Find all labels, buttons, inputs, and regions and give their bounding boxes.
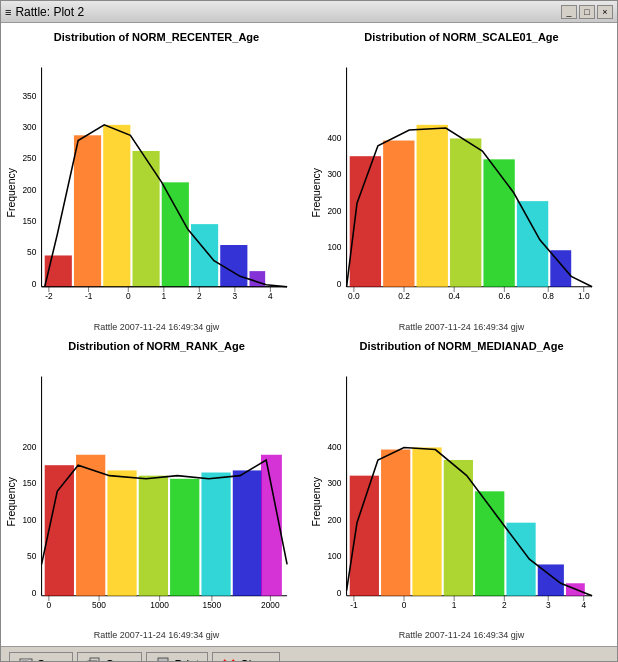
- svg-text:0.0: 0.0: [348, 291, 360, 301]
- svg-text:50: 50: [27, 551, 37, 561]
- svg-text:-1: -1: [85, 291, 93, 301]
- plot-caption-3: Rattle 2007-11-24 16:49:34 gjw: [94, 630, 220, 640]
- svg-text:1000: 1000: [150, 600, 169, 610]
- svg-text:300: 300: [327, 478, 341, 488]
- plot-title-3: Distribution of NORM_RANK_Age: [68, 340, 245, 352]
- svg-rect-44: [450, 138, 481, 286]
- plot-title-2: Distribution of NORM_SCALE01_Age: [364, 31, 558, 43]
- svg-rect-70: [107, 470, 136, 595]
- svg-text:50: 50: [27, 247, 37, 257]
- plot-svg-1: Frequency 0 50 150 200 250 300 350: [5, 45, 308, 320]
- svg-rect-16: [220, 245, 247, 287]
- svg-text:200: 200: [327, 514, 341, 524]
- svg-text:0: 0: [337, 587, 342, 597]
- plot-caption-4: Rattle 2007-11-24 16:49:34 gjw: [399, 630, 525, 640]
- plot-cell-4: Distribution of NORM_MEDIANAD_Age Freque…: [310, 336, 613, 643]
- svg-rect-74: [233, 470, 262, 595]
- close-window-button[interactable]: ×: [597, 5, 613, 19]
- svg-text:0.6: 0.6: [499, 291, 511, 301]
- minimize-button[interactable]: _: [561, 5, 577, 19]
- close-button[interactable]: Close: [212, 652, 280, 661]
- copy-button[interactable]: Copy: [77, 652, 142, 661]
- svg-text:300: 300: [327, 169, 341, 179]
- svg-text:0: 0: [402, 600, 407, 610]
- svg-text:Frequency: Frequency: [311, 476, 322, 526]
- svg-text:4: 4: [581, 600, 586, 610]
- plot-area-2: Frequency 0 100 200 300 400: [310, 45, 613, 320]
- plot-title-4: Distribution of NORM_MEDIANAD_Age: [359, 340, 563, 352]
- plots-grid: Distribution of NORM_RECENTER_Age Freque…: [1, 23, 617, 646]
- svg-text:250: 250: [22, 153, 36, 163]
- plot-area-1: Frequency 0 50 150 200 250 300 350: [5, 45, 308, 320]
- svg-rect-11: [74, 135, 101, 287]
- svg-text:150: 150: [22, 216, 36, 226]
- svg-text:0.8: 0.8: [542, 291, 554, 301]
- svg-text:4: 4: [268, 291, 273, 301]
- content-area: Distribution of NORM_RECENTER_Age Freque…: [1, 23, 617, 661]
- svg-text:100: 100: [327, 551, 341, 561]
- svg-text:150: 150: [22, 478, 36, 488]
- svg-rect-42: [383, 141, 414, 287]
- svg-rect-72: [170, 478, 199, 595]
- plot-caption-2: Rattle 2007-11-24 16:49:34 gjw: [399, 322, 525, 332]
- svg-text:0.2: 0.2: [398, 291, 410, 301]
- svg-text:400: 400: [327, 133, 341, 143]
- svg-text:0.4: 0.4: [448, 291, 460, 301]
- svg-text:200: 200: [22, 185, 36, 195]
- copy-label: Copy: [105, 658, 133, 661]
- restore-button[interactable]: □: [579, 5, 595, 19]
- svg-rect-69: [76, 454, 105, 595]
- svg-rect-73: [201, 472, 230, 595]
- svg-text:1: 1: [452, 600, 457, 610]
- plot-area-4: Frequency 0 100 200 300 400: [310, 354, 613, 629]
- svg-text:2: 2: [197, 291, 202, 301]
- svg-rect-15: [191, 224, 218, 287]
- svg-rect-97: [444, 460, 473, 596]
- titlebar: ≡ Rattle: Plot 2 _ □ ×: [1, 1, 617, 23]
- svg-text:350: 350: [22, 91, 36, 101]
- menu-icon[interactable]: ≡: [5, 6, 11, 18]
- plot-cell-1: Distribution of NORM_RECENTER_Age Freque…: [5, 27, 308, 334]
- svg-text:0: 0: [47, 600, 52, 610]
- svg-text:Frequency: Frequency: [6, 167, 17, 217]
- svg-text:2: 2: [502, 600, 507, 610]
- plot-svg-4: Frequency 0 100 200 300 400: [310, 354, 613, 629]
- svg-text:1: 1: [161, 291, 166, 301]
- svg-rect-12: [103, 125, 130, 287]
- toolbar: Save Copy P: [1, 646, 617, 661]
- svg-text:200: 200: [22, 441, 36, 451]
- svg-text:3: 3: [233, 291, 238, 301]
- svg-text:1500: 1500: [203, 600, 222, 610]
- svg-text:100: 100: [327, 242, 341, 252]
- svg-rect-96: [412, 447, 441, 595]
- svg-rect-14: [162, 182, 189, 286]
- svg-text:0: 0: [126, 291, 131, 301]
- main-window: ≡ Rattle: Plot 2 _ □ × Distribution of N…: [0, 0, 618, 662]
- svg-text:0: 0: [337, 279, 342, 289]
- svg-text:2000: 2000: [261, 600, 280, 610]
- save-icon: [18, 657, 34, 661]
- svg-text:-2: -2: [45, 291, 53, 301]
- close-icon: [221, 657, 237, 661]
- svg-text:300: 300: [22, 122, 36, 132]
- print-button[interactable]: Print: [146, 652, 208, 661]
- svg-rect-119: [158, 658, 168, 661]
- save-button[interactable]: Save: [9, 652, 73, 661]
- svg-rect-94: [350, 475, 379, 595]
- plot-cell-3: Distribution of NORM_RANK_Age Frequency …: [5, 336, 308, 643]
- svg-text:Frequency: Frequency: [6, 476, 17, 526]
- svg-rect-45: [483, 159, 514, 286]
- plot-cell-2: Distribution of NORM_SCALE01_Age Frequen…: [310, 27, 613, 334]
- svg-text:Frequency: Frequency: [311, 167, 322, 217]
- titlebar-left: ≡ Rattle: Plot 2: [5, 5, 84, 19]
- save-label: Save: [37, 658, 64, 661]
- svg-rect-13: [132, 151, 159, 287]
- plot-area-3: Frequency 0 50 100 150 200: [5, 354, 308, 629]
- window-title: Rattle: Plot 2: [15, 5, 84, 19]
- svg-text:100: 100: [22, 514, 36, 524]
- svg-rect-95: [381, 449, 410, 595]
- svg-text:500: 500: [92, 600, 106, 610]
- copy-icon: [86, 657, 102, 661]
- svg-text:0: 0: [32, 279, 37, 289]
- titlebar-controls: _ □ ×: [561, 5, 613, 19]
